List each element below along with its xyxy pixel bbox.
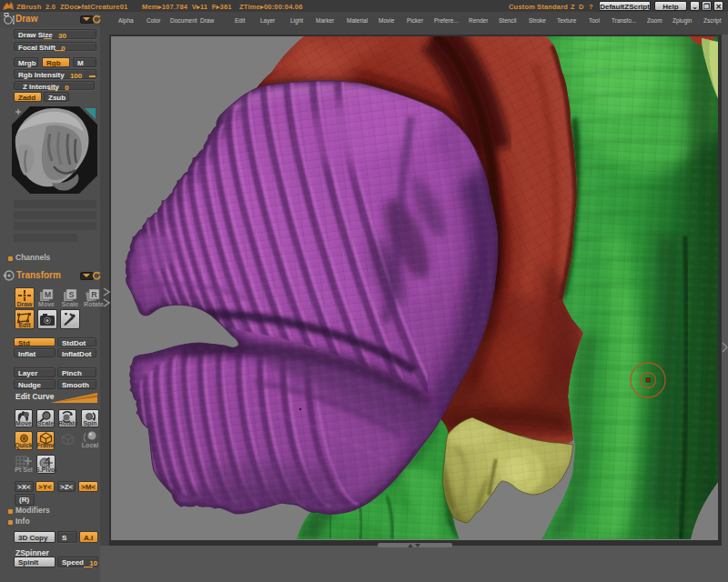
svg-text:R: R [91, 290, 97, 299]
svg-text:S: S [68, 290, 74, 299]
svg-text:M: M [45, 290, 52, 299]
